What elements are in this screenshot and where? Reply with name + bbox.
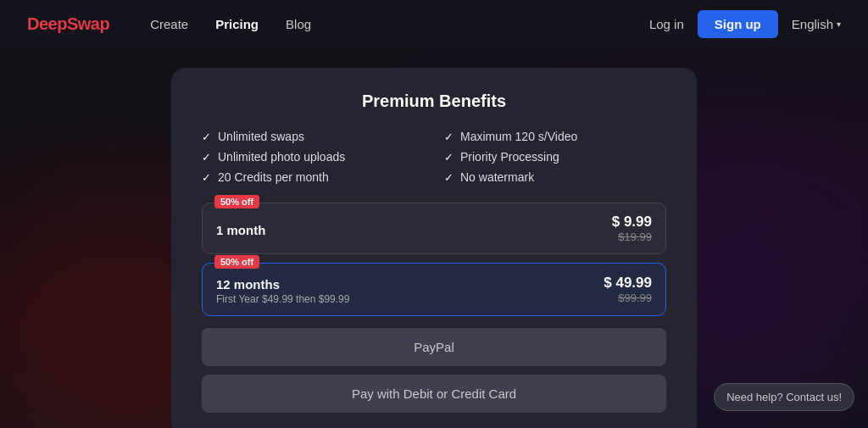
- plan-12months-name: 12 months: [216, 277, 349, 292]
- benefit-left-2: ✓ Unlimited photo uploads: [202, 150, 424, 164]
- benefit-right-3: ✓ No watermark: [444, 170, 666, 184]
- nav-right: Log in Sign up English ▾: [649, 10, 841, 38]
- premium-card: Premium Benefits ✓ Unlimited swaps ✓ Max…: [171, 68, 697, 428]
- paypal-button[interactable]: PayPal: [202, 328, 666, 366]
- language-button[interactable]: English ▾: [792, 17, 841, 31]
- nav-create[interactable]: Create: [150, 17, 188, 31]
- chevron-down-icon: ▾: [837, 19, 841, 29]
- benefits-grid: ✓ Unlimited swaps ✓ Maximum 120 s/Video …: [202, 130, 666, 184]
- language-label: English: [792, 17, 833, 31]
- badge-1month: 50% off: [214, 195, 259, 208]
- badge-12months: 50% off: [214, 255, 259, 269]
- benefit-text-6: No watermark: [460, 170, 534, 184]
- main-content: Premium Benefits ✓ Unlimited swaps ✓ Max…: [0, 47, 868, 428]
- signup-button[interactable]: Sign up: [698, 10, 778, 38]
- plan-1month-left: 1 month: [216, 220, 265, 237]
- check-icon-4: ✓: [444, 131, 453, 143]
- check-icon-3: ✓: [202, 171, 211, 184]
- plan-1month-original: $19.99: [612, 231, 652, 243]
- card-button[interactable]: Pay with Debit or Credit Card: [202, 375, 666, 413]
- premium-title: Premium Benefits: [202, 92, 666, 111]
- benefit-left-3: ✓ 20 Credits per month: [202, 170, 424, 184]
- check-icon-5: ✓: [444, 151, 453, 164]
- plan-12months-price: $ 49.99: [604, 275, 652, 292]
- plan-12months-right: $ 49.99 $99.99: [604, 275, 652, 304]
- plan-1month[interactable]: 50% off 1 month $ 9.99 $19.99: [202, 203, 666, 254]
- benefit-text-5: Priority Processing: [460, 150, 559, 164]
- nav-blog[interactable]: Blog: [286, 17, 311, 31]
- check-icon-1: ✓: [202, 131, 211, 143]
- benefit-text-3: 20 Credits per month: [218, 170, 329, 184]
- plan-12months-sub: First Year $49.99 then $99.99: [216, 293, 349, 305]
- logo: DeepSwap: [27, 14, 109, 34]
- plan-1month-price: $ 9.99: [612, 214, 652, 231]
- logo-text-end: Swap: [67, 14, 109, 33]
- check-icon-6: ✓: [444, 171, 453, 184]
- benefit-right-2: ✓ Priority Processing: [444, 150, 666, 164]
- nav-links: Create Pricing Blog: [150, 17, 649, 31]
- plan-12months[interactable]: 50% off 12 months First Year $49.99 then…: [202, 263, 666, 316]
- check-icon-2: ✓: [202, 151, 211, 164]
- plan-12months-left: 12 months First Year $49.99 then $99.99: [216, 274, 349, 305]
- benefit-text-4: Maximum 120 s/Video: [460, 130, 577, 143]
- help-button[interactable]: Need help? Contact us!: [714, 383, 854, 411]
- navbar: DeepSwap Create Pricing Blog Log in Sign…: [0, 0, 868, 47]
- benefit-right-1: ✓ Maximum 120 s/Video: [444, 130, 666, 143]
- plan-1month-right: $ 9.99 $19.99: [612, 214, 652, 243]
- benefit-text-1: Unlimited swaps: [218, 130, 304, 143]
- benefit-left-1: ✓ Unlimited swaps: [202, 130, 424, 143]
- benefit-text-2: Unlimited photo uploads: [218, 150, 345, 164]
- logo-text-start: Deep: [27, 14, 67, 33]
- plan-12months-original: $99.99: [604, 292, 652, 304]
- nav-pricing[interactable]: Pricing: [215, 17, 259, 31]
- login-button[interactable]: Log in: [649, 17, 684, 31]
- plan-1month-name: 1 month: [216, 223, 265, 237]
